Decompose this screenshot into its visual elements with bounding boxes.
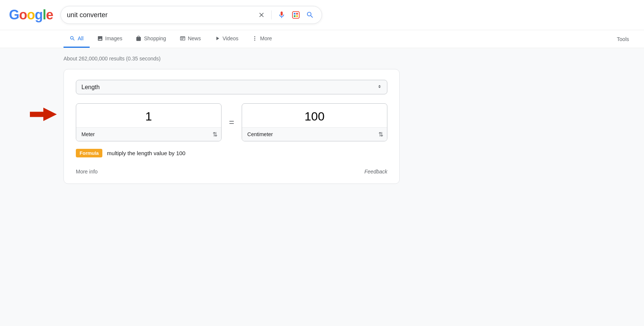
tab-more[interactable]: More (246, 30, 278, 48)
svg-rect-3 (294, 15, 296, 17)
feedback-link[interactable]: Feedback (365, 169, 387, 175)
category-select[interactable]: Length Weight Temperature Area Volume Ti… (76, 80, 387, 94)
svg-point-6 (254, 38, 256, 39)
svg-rect-1 (294, 13, 296, 15)
svg-rect-2 (296, 13, 298, 15)
search-divider (271, 10, 272, 19)
to-value-display (242, 104, 387, 127)
more-info-link[interactable]: More info (76, 169, 97, 175)
tab-shopping-label: Shopping (144, 35, 166, 41)
svg-point-7 (254, 40, 256, 41)
nav-tabs: All Images Shopping News Videos More Too… (0, 30, 644, 48)
to-box: Centimeter Meter Kilometer Mile Inch Foo… (242, 103, 387, 141)
tab-more-label: More (260, 35, 272, 41)
to-unit-arrow-icon: ⇅ (378, 131, 387, 138)
from-box: Meter Centimeter Kilometer Mile Inch Foo… (76, 103, 222, 141)
close-icon (258, 11, 265, 19)
search-bar (61, 6, 322, 24)
svg-point-5 (254, 36, 256, 37)
search-icons (256, 9, 316, 21)
tab-all-label: All (78, 35, 84, 41)
lens-icon (292, 11, 300, 19)
formula-text: multiply the length value by 100 (107, 150, 185, 156)
card-footer: More info Feedback (76, 165, 387, 175)
news-tab-icon (180, 35, 186, 41)
results-summary: About 262,000,000 results (0.35 seconds) (64, 56, 580, 62)
search-input[interactable] (67, 11, 253, 19)
from-unit-row: Meter Centimeter Kilometer Mile Inch Foo… (76, 127, 221, 141)
search-bar-wrapper (61, 6, 322, 24)
to-value-input[interactable] (248, 110, 381, 123)
formula-badge: Formula (76, 149, 102, 157)
search-icon (306, 11, 314, 19)
from-unit-select[interactable]: Meter Centimeter Kilometer Mile Inch Foo… (76, 128, 213, 141)
tools-button[interactable]: Tools (611, 31, 635, 47)
converter-row: Meter Centimeter Kilometer Mile Inch Foo… (76, 103, 387, 141)
to-unit-select[interactable]: Centimeter Meter Kilometer Mile Inch Foo… (242, 128, 378, 141)
to-unit-row: Centimeter Meter Kilometer Mile Inch Foo… (242, 127, 387, 141)
formula-row: Formula multiply the length value by 100 (76, 149, 387, 157)
converter-card: Length Weight Temperature Area Volume Ti… (64, 69, 400, 184)
svg-rect-0 (292, 12, 299, 18)
tab-images[interactable]: Images (91, 30, 129, 48)
tab-news[interactable]: News (174, 30, 207, 48)
clear-button[interactable] (256, 10, 267, 20)
lens-button[interactable] (290, 9, 301, 21)
shopping-tab-icon (136, 35, 142, 41)
from-unit-arrow-icon: ⇅ (213, 131, 221, 138)
tab-shopping[interactable]: Shopping (130, 30, 172, 48)
more-tab-icon (252, 35, 258, 41)
header: Google (0, 0, 644, 30)
from-value-display (76, 104, 221, 127)
main-content: About 262,000,000 results (0.35 seconds)… (0, 48, 644, 191)
tab-all[interactable]: All (64, 30, 90, 48)
arrow-tail (30, 112, 45, 117)
search-button[interactable] (304, 9, 316, 21)
search-tab-icon (69, 35, 75, 41)
google-logo: Google (9, 7, 53, 23)
tab-videos[interactable]: Videos (208, 30, 245, 48)
mic-button[interactable] (276, 9, 287, 21)
tab-videos-label: Videos (223, 35, 239, 41)
videos-tab-icon (214, 35, 220, 41)
converter-wrapper: Length Weight Temperature Area Volume Ti… (64, 69, 580, 184)
from-value-input[interactable] (82, 110, 215, 123)
images-tab-icon (97, 35, 103, 41)
equals-sign: = (227, 117, 236, 128)
mic-icon (278, 11, 286, 19)
tab-news-label: News (188, 35, 201, 41)
tab-images-label: Images (105, 35, 123, 41)
svg-rect-4 (296, 15, 298, 17)
